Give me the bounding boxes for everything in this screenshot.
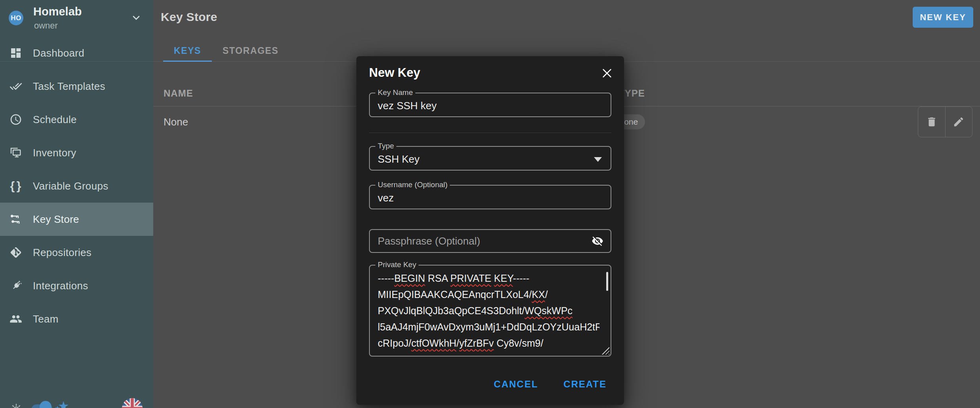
type-label: Type <box>375 142 396 150</box>
sidebar-item-task-templates[interactable]: Task Templates <box>0 70 153 103</box>
app-window: HO Homelab owner Dashboard Task Template… <box>0 0 980 408</box>
row-actions <box>918 106 972 137</box>
sidebar: HO Homelab owner Dashboard Task Template… <box>0 0 153 408</box>
git-icon <box>10 246 22 259</box>
private-key-label: Private Key <box>375 260 419 269</box>
sidebar-item-label: Integrations <box>33 280 88 292</box>
sidebar-item-team[interactable]: Team <box>0 302 153 336</box>
private-key-text: -----BEGIN RSA PRIVATE KEY-----MIIEpQIBA… <box>378 270 599 351</box>
username-field[interactable]: Username (Optional) vez <box>369 185 611 209</box>
sidebar-item-label: Schedule <box>33 114 77 126</box>
sidebar-item-label: Team <box>33 313 59 325</box>
sidebar-item-inventory[interactable]: Inventory <box>0 136 153 169</box>
dialog-title: New Key <box>369 66 420 80</box>
clock-icon <box>10 113 22 126</box>
delete-button[interactable] <box>918 107 945 137</box>
monitors-icon <box>10 146 22 159</box>
sidebar-item-label: Repositories <box>33 247 91 259</box>
sidebar-item-label: Task Templates <box>33 80 105 93</box>
sidebar-item-schedule[interactable]: Schedule <box>0 103 153 136</box>
tab-storages[interactable]: STORAGES <box>212 40 289 61</box>
sidebar-item-variable-groups[interactable]: { } Variable Groups <box>0 169 153 203</box>
dashboard-icon <box>10 47 22 59</box>
dialog-actions: CANCEL CREATE <box>494 379 607 390</box>
org-name: Homelab <box>33 5 82 18</box>
page-title: Key Store <box>161 10 217 24</box>
form-divider <box>369 133 611 133</box>
org-switcher[interactable]: HO Homelab owner <box>0 0 153 36</box>
username-value: vez <box>378 192 394 204</box>
resize-handle-icon[interactable] <box>601 346 609 355</box>
sidebar-item-label: Dashboard <box>33 47 84 59</box>
sidebar-item-repositories[interactable]: Repositories <box>0 236 153 269</box>
type-value: SSH Key <box>378 153 420 165</box>
org-role: owner <box>34 21 58 31</box>
key-name-value: vez SSH key <box>378 100 437 112</box>
trash-icon <box>926 116 938 128</box>
people-icon <box>10 313 22 325</box>
close-icon[interactable] <box>600 66 614 80</box>
tab-bar: KEYS STORAGES <box>163 40 289 61</box>
braces-icon: { } <box>10 180 22 192</box>
sidebar-item-key-store[interactable]: Key Store <box>0 203 153 236</box>
chevron-down-icon[interactable] <box>131 12 142 23</box>
double-check-icon <box>10 80 22 93</box>
sidebar-item-dashboard[interactable]: Dashboard <box>0 36 153 70</box>
table-row-name: None <box>164 116 188 128</box>
sidebar-nav: Dashboard Task Templates Schedule Invent… <box>0 36 153 336</box>
star-icon[interactable]: ★★ <box>58 400 69 408</box>
avatar: HO <box>9 11 23 25</box>
edit-button[interactable] <box>945 107 972 137</box>
dropdown-caret-icon[interactable] <box>594 157 602 162</box>
create-button[interactable]: CREATE <box>563 379 607 390</box>
pencil-icon <box>953 116 965 128</box>
theme-sun-icon[interactable] <box>10 403 22 408</box>
keys-icon <box>10 213 22 226</box>
username-label: Username (Optional) <box>375 180 450 189</box>
passphrase-field[interactable]: Passphrase (Optional) <box>369 229 611 253</box>
cancel-button[interactable]: CANCEL <box>494 379 538 390</box>
sidebar-item-label: Inventory <box>33 147 76 159</box>
textarea-scrollbar[interactable] <box>606 272 608 291</box>
sidebar-item-label: Key Store <box>33 213 79 226</box>
type-select[interactable]: Type SSH Key <box>369 146 611 171</box>
key-name-label: Key Name <box>375 88 415 97</box>
avatar-initials: HO <box>11 14 21 22</box>
new-key-dialog: New Key Key Name vez SSH key Type SSH Ke… <box>356 56 624 405</box>
visibility-off-icon[interactable] <box>590 233 605 249</box>
theme-switch-knob[interactable] <box>40 401 51 408</box>
language-flag-icon[interactable] <box>122 398 143 408</box>
sidebar-item-integrations[interactable]: Integrations <box>0 269 153 302</box>
column-header-name: NAME <box>164 88 193 99</box>
key-name-field[interactable]: Key Name vez SSH key <box>369 93 611 117</box>
tab-keys[interactable]: KEYS <box>163 40 212 61</box>
sidebar-item-label: Variable Groups <box>33 180 108 192</box>
passphrase-placeholder: Passphrase (Optional) <box>378 235 480 247</box>
private-key-textarea[interactable]: Private Key -----BEGIN RSA PRIVATE KEY--… <box>369 265 611 357</box>
plug-icon <box>10 279 22 292</box>
new-key-button[interactable]: NEW KEY <box>913 7 973 28</box>
